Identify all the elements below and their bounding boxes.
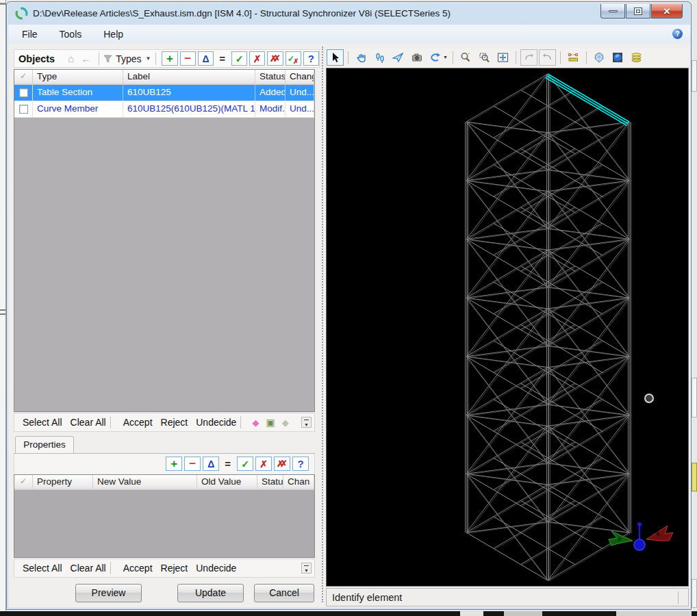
zoom-window-tool[interactable] [476,49,493,66]
viewport-3d[interactable]: Y X [326,68,689,587]
rotate-view-icon [429,52,441,63]
column-header-change[interactable]: Change [286,70,314,84]
back-arrow-icon[interactable]: ← [81,53,91,64]
walk-footprints-icon [375,52,385,63]
reject-button[interactable]: Reject [161,563,188,574]
walk-tool[interactable] [371,49,388,66]
checkbox[interactable] [19,88,28,97]
window-dot-icon[interactable]: ▣ [266,417,275,428]
fly-plane-icon [392,52,404,63]
column-header-status[interactable]: Statu [257,475,283,489]
undo-view-button [520,49,537,66]
separator [110,562,111,574]
mixed-filter-button[interactable]: ✓✗ [286,51,301,66]
reject-button[interactable]: Reject [161,417,188,428]
checkbox[interactable] [19,105,28,114]
undecided-filter-button[interactable]: ? [292,457,309,471]
reject-all-filter-button[interactable]: ✗✗ [274,457,290,471]
camera-tool[interactable] [408,49,425,66]
accept-button[interactable]: Accept [123,563,153,574]
menu-tools[interactable]: Tools [51,27,90,42]
column-header-type[interactable]: Type [33,70,123,84]
zoom-tool[interactable] [457,49,474,66]
modified-filter-button[interactable]: Δ [203,457,219,471]
measure-tool[interactable] [565,49,582,66]
select-all-button[interactable]: Select All [23,417,62,428]
row-checkbox[interactable] [14,85,33,101]
taskbar-strip [0,611,697,616]
select-arrow-tool[interactable] [327,49,344,66]
add-filter-button[interactable]: + [162,51,177,66]
modified-filter-button[interactable]: Δ [198,51,214,66]
pane-splitter[interactable] [322,47,325,602]
column-header-status[interactable]: Status [255,70,286,84]
diamonds-group-icon[interactable]: ◆ [252,418,259,428]
reject-filter-button[interactable]: ✗ [255,457,272,471]
accept-filter-button[interactable]: ✓ [237,457,253,471]
clear-all-button[interactable]: Clear All [71,563,106,574]
column-header-old-value[interactable]: Old Value [197,475,257,489]
taskbar-fragment [504,611,542,616]
types-dropdown[interactable]: Types ▼ [103,53,151,64]
cell-change: Und... [286,101,314,117]
background-fragment [0,309,5,315]
cell-label: 610UB125(610UB125)(MATL 1) [123,101,255,117]
preview-button[interactable]: Preview [75,584,142,602]
undecided-filter-button[interactable]: ? [303,51,319,66]
close-button[interactable]: × [651,4,683,18]
restore-button[interactable] [626,4,650,18]
column-header-change[interactable]: Chan [283,475,314,489]
chevron-down-icon[interactable]: ▼ [443,55,448,60]
tab-properties[interactable]: Properties [15,436,74,453]
pan-tool[interactable] [353,49,370,66]
column-header-new-value[interactable]: New Value [93,475,197,489]
layers-tool[interactable] [628,49,645,66]
fly-tool[interactable] [390,49,407,66]
menu-help[interactable]: Help [95,27,131,42]
cell-type: Table Section [33,85,123,101]
cancel-button[interactable]: Cancel [254,584,314,602]
separator [678,591,679,604]
properties-table-header: ✓ Property New Value Old Value Statu Cha… [14,475,314,490]
reject-filter-button[interactable]: ✗ [249,51,265,66]
add-filter-button[interactable]: + [166,457,182,471]
row-checkbox[interactable] [14,101,33,117]
table-row[interactable]: Table Section 610UB125 Added Und... [14,85,314,101]
accept-filter-button[interactable]: ✓ [231,51,247,66]
undecide-button[interactable]: Undecide [196,563,236,574]
accept-button[interactable]: Accept [123,417,153,428]
toolbar-overflow-button[interactable]: ▼ [301,417,312,428]
help-sphere-icon[interactable]: ? [672,29,683,39]
column-header-property[interactable]: Property [33,475,93,489]
minimize-button[interactable] [600,4,625,18]
cell-change: Und... [286,85,314,101]
fit-view-tool[interactable] [494,49,511,66]
column-header-check[interactable]: ✓ [14,475,33,489]
pan-hand-icon [356,52,367,63]
home-icon[interactable]: ⌂ [68,53,74,64]
titlebar[interactable]: D:\Dev\Release Articles\S_Exhaust.ism.dg… [7,2,691,24]
rotate-view-tool[interactable] [427,49,444,66]
column-header-label[interactable]: Label [123,70,255,84]
update-button[interactable]: Update [177,584,244,602]
minus-icon: − [189,457,196,471]
remove-filter-button[interactable]: − [180,51,196,66]
display-style-tool[interactable] [591,49,608,66]
background-tool[interactable] [609,49,626,66]
layers-icon [631,52,642,63]
dialog-actions: Preview Update Cancel [14,584,320,604]
objects-table: ✓ Type Label Status Change Table Section… [14,69,315,412]
menu-file[interactable]: File [14,27,46,42]
cell-type: Curve Member [33,101,123,117]
table-row[interactable]: Curve Member 610UB125(610UB125)(MATL 1) … [14,101,314,118]
column-header-check[interactable]: ✓ [14,70,33,84]
remove-filter-button[interactable]: − [184,457,201,471]
separator [110,416,111,428]
clear-all-button[interactable]: Clear All [71,417,106,428]
reject-all-filter-button[interactable]: ✗✗ [267,51,283,66]
undecide-button[interactable]: Undecide [196,417,236,428]
background-window-edge [0,0,6,611]
toolbar-overflow-button[interactable]: ▼ [301,563,312,574]
equals-label: = [225,458,231,470]
select-all-button[interactable]: Select All [23,563,62,574]
